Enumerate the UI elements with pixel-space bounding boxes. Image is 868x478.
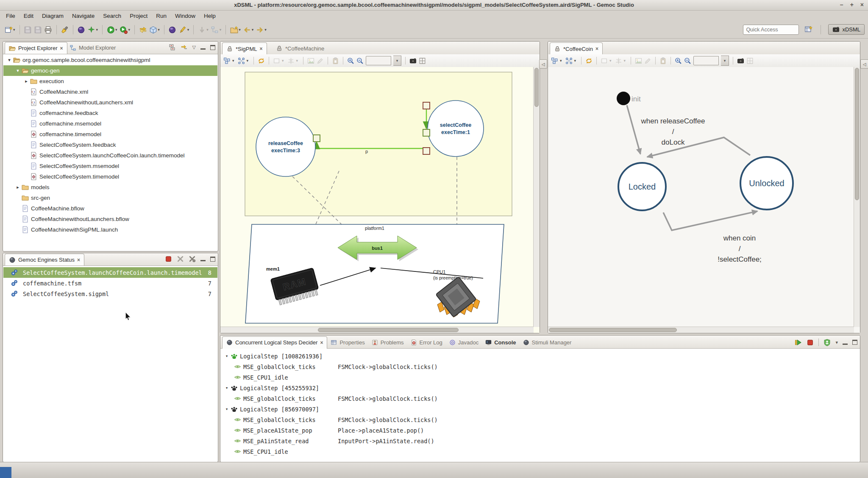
- mse-row[interactable]: MSE_globalClock_ticks FSMClock->globalCl…: [221, 393, 860, 404]
- window-close-button[interactable]: ×: [860, 1, 864, 8]
- maximize-view-icon[interactable]: [210, 45, 215, 50]
- stop-icon[interactable]: [807, 339, 814, 346]
- mse-row[interactable]: MSE_globalClock_ticks FSMClock->globalCl…: [221, 414, 860, 425]
- export-image-icon[interactable]: [307, 57, 314, 64]
- menu-edit[interactable]: Edit: [19, 11, 38, 20]
- tab-error-log[interactable]: Error Log: [407, 336, 446, 348]
- vertical-scrollbar[interactable]: [854, 67, 860, 327]
- forward-button[interactable]: [255, 25, 265, 35]
- fsm-transition-selectcoffee[interactable]: [663, 211, 757, 230]
- hierarchy-caret-icon[interactable]: ▾: [220, 28, 222, 32]
- tree-item-file[interactable]: coffemachine.timemodel: [3, 129, 217, 140]
- mse-row[interactable]: MSE_placeA1State_pop Place->placeA1State…: [221, 425, 860, 436]
- maximize-view-icon[interactable]: [210, 257, 215, 262]
- expander-icon[interactable]: ▾: [223, 406, 230, 412]
- new-folder-caret-icon[interactable]: ▾: [239, 28, 241, 32]
- fsm-initial-state[interactable]: [617, 92, 630, 105]
- tree-item-file[interactable]: SelectCoffeeSystem.launchCoffeeCoin.laun…: [3, 150, 217, 161]
- zoom-out-icon[interactable]: [356, 57, 364, 64]
- run-button[interactable]: [106, 25, 116, 35]
- fsm-initial-transition[interactable]: [627, 105, 640, 154]
- layers-icon[interactable]: [551, 57, 558, 64]
- tree-item-gemoc-gen[interactable]: ▾ gemoc-gen: [3, 65, 217, 76]
- tree-item-file[interactable]: CoffeeMachinewithoutLaunchers.bflow: [3, 214, 217, 224]
- mse-row[interactable]: MSE_CPU1_idle: [221, 372, 860, 383]
- engine-button[interactable]: [167, 25, 178, 35]
- zoom-level-field[interactable]: [693, 56, 719, 65]
- pull-down-button[interactable]: [197, 25, 207, 35]
- shape-icon[interactable]: [273, 57, 280, 64]
- search-button[interactable]: [60, 25, 70, 35]
- tree-item-models[interactable]: ▸ models: [3, 182, 217, 193]
- logical-step-row[interactable]: ▾ LogicalStep [856970097]: [221, 404, 860, 414]
- layers-icon[interactable]: [223, 57, 231, 64]
- mse-row[interactable]: MSE_pA1inState_read InputPort->pA1inStat…: [221, 436, 860, 446]
- tab-project-explorer[interactable]: Project Explorer ×: [5, 42, 67, 54]
- run-last-caret-icon[interactable]: ▾: [128, 28, 131, 32]
- vertical-scrollbar[interactable]: [533, 67, 540, 327]
- tree-item-file[interactable]: CoffeeMachine.xml: [3, 87, 217, 97]
- refresh-icon[interactable]: [585, 57, 593, 64]
- menu-run[interactable]: Run: [152, 11, 171, 20]
- edit-icon[interactable]: [317, 57, 324, 64]
- dispose-all-engines-icon[interactable]: [189, 255, 196, 263]
- grid-icon[interactable]: [746, 57, 754, 64]
- zoom-out-icon[interactable]: [684, 57, 691, 64]
- export-image-icon[interactable]: [635, 57, 642, 64]
- dispose-engine-icon[interactable]: [177, 255, 184, 263]
- menu-window[interactable]: Window: [171, 11, 200, 20]
- annotate-button[interactable]: [178, 25, 188, 35]
- menu-navigate[interactable]: Navigate: [68, 11, 99, 20]
- tab-properties[interactable]: Properties: [327, 336, 368, 348]
- input-port[interactable]: [423, 148, 430, 154]
- horizontal-scrollbar[interactable]: [548, 327, 854, 333]
- library-button[interactable]: [148, 25, 158, 35]
- view-menu-icon[interactable]: ▽: [192, 45, 196, 50]
- restore-pane-button[interactable]: ◁: [539, 59, 547, 69]
- tab-console[interactable]: Console: [482, 336, 519, 348]
- tab-coffeemachine[interactable]: *CoffeeMachine: [272, 42, 328, 54]
- mse-row[interactable]: MSE_globalClock_ticks FSMClock->globalCl…: [221, 361, 860, 372]
- menu-help[interactable]: Help: [200, 11, 220, 20]
- arrange-icon[interactable]: [238, 57, 245, 64]
- library-caret-icon[interactable]: ▾: [158, 28, 160, 32]
- tab-javadoc[interactable]: Javadoc: [446, 336, 482, 348]
- tree-item-src-gen[interactable]: src-gen: [3, 193, 217, 203]
- input-port[interactable]: [423, 129, 430, 136]
- expander-icon[interactable]: ▾: [223, 385, 230, 391]
- minimize-view-icon[interactable]: [200, 260, 206, 261]
- zoom-in-icon[interactable]: [675, 57, 682, 64]
- new-configuration-button[interactable]: [86, 25, 97, 35]
- open-perspective-button[interactable]: [803, 25, 813, 35]
- save-all-button[interactable]: [33, 25, 43, 35]
- decider-dropdown-icon[interactable]: ▾: [835, 340, 838, 345]
- back-caret-icon[interactable]: ▾: [252, 28, 254, 32]
- tree-item-execution[interactable]: ▸ execution: [3, 76, 217, 87]
- input-port[interactable]: [423, 102, 430, 109]
- menu-search[interactable]: Search: [99, 11, 125, 20]
- engine-row[interactable]: SelectCoffeeSystem.launchCoffeeCoin.laun…: [3, 267, 217, 278]
- paste-icon[interactable]: [659, 57, 667, 64]
- menu-project[interactable]: Project: [125, 11, 152, 20]
- tab-gemoc-engines-status[interactable]: Gemoc Engines Status ×: [5, 254, 84, 266]
- tab-stimuli-manager[interactable]: Stimuli Manager: [520, 336, 575, 348]
- fetch-button[interactable]: [138, 25, 148, 35]
- close-icon[interactable]: ×: [260, 46, 263, 52]
- expander-icon[interactable]: ▾: [14, 68, 21, 73]
- tree-item-file[interactable]: CoffeeMachinewithSigPML.launch: [3, 224, 217, 235]
- align-icon[interactable]: [615, 57, 622, 64]
- edit-icon[interactable]: [644, 57, 651, 64]
- output-port[interactable]: [313, 135, 320, 142]
- grid-icon[interactable]: [419, 57, 426, 64]
- close-icon[interactable]: ×: [60, 45, 63, 51]
- back-button[interactable]: [242, 25, 252, 35]
- shape-icon[interactable]: [601, 57, 608, 64]
- agent-selectcoffee[interactable]: [428, 101, 484, 157]
- stop-engine-icon[interactable]: [165, 255, 172, 263]
- run-caret-icon[interactable]: ▾: [115, 28, 117, 32]
- expander-icon[interactable]: ▸: [14, 184, 21, 190]
- engine-row[interactable]: SelectCoffeeSystem.sigpml 7: [3, 288, 217, 299]
- tree-item-file[interactable]: coffemachine.feedback: [3, 108, 217, 118]
- maximize-view-icon[interactable]: [852, 340, 857, 345]
- ocl-console-button[interactable]: [76, 25, 86, 35]
